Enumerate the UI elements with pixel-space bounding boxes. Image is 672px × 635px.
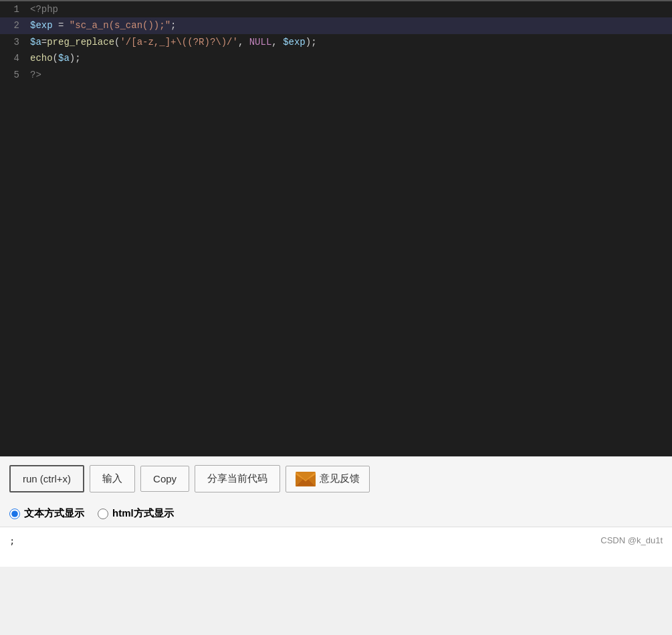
line-number: 4	[0, 51, 30, 66]
code-token: $a	[30, 37, 41, 48]
code-token: ;	[171, 20, 176, 31]
text-mode-option[interactable]: 文本方式显示	[9, 507, 84, 520]
code-token: ?>	[30, 70, 41, 80]
code-line: 1<?php	[0, 1, 672, 17]
code-token: "sc_a_n(s_can());"	[70, 20, 171, 31]
copy-button[interactable]: Copy	[140, 466, 189, 492]
code-token: $exp	[30, 20, 53, 31]
share-button[interactable]: 分享当前代码	[195, 465, 280, 492]
output-attribution: CSDN @k_du1t	[600, 535, 663, 545]
code-editor[interactable]: 1<?php2$exp = "sc_a_n(s_can());";3$a=pre…	[0, 1, 672, 456]
feedback-label: 意见反馈	[320, 472, 360, 485]
display-options: 文本方式显示 html方式显示	[0, 501, 672, 527]
output-text: ;	[9, 535, 15, 546]
code-line: 4echo($a);	[0, 50, 672, 66]
code-editor-wrapper: 1<?php2$exp = "sc_a_n(s_can());";3$a=pre…	[0, 0, 672, 456]
run-button[interactable]: run (ctrl+x)	[9, 465, 84, 492]
email-icon	[296, 472, 316, 486]
code-token: =	[41, 37, 47, 48]
input-button[interactable]: 输入	[90, 465, 135, 492]
line-number: 1	[0, 2, 30, 17]
code-token: =	[53, 20, 70, 31]
code-line: 2$exp = "sc_a_n(s_can());";	[0, 17, 672, 33]
line-content: <?php	[30, 2, 672, 17]
code-line: 5?>	[0, 67, 672, 83]
code-token: $a	[58, 53, 70, 64]
html-mode-option[interactable]: html方式显示	[98, 507, 174, 520]
code-token: $exp	[283, 37, 306, 48]
line-number: 5	[0, 68, 30, 82]
output-area: ; CSDN @k_du1t	[0, 527, 672, 567]
code-token: echo	[30, 53, 53, 64]
code-token: ,	[238, 37, 249, 48]
line-number: 2	[0, 18, 30, 33]
code-token: (	[53, 53, 58, 64]
line-content: $exp = "sc_a_n(s_can());";	[30, 18, 672, 33]
code-token: ,	[271, 37, 283, 48]
html-mode-label: html方式显示	[112, 507, 174, 520]
toolbar: run (ctrl+x) 输入 Copy 分享当前代码 意见反馈	[0, 456, 672, 501]
line-content: $a=preg_replace('/[a-z,_]+\((?R)?\)/', N…	[30, 35, 672, 50]
line-content: ?>	[30, 68, 672, 82]
line-number: 3	[0, 35, 30, 50]
code-line: 3$a=preg_replace('/[a-z,_]+\((?R)?\)/', …	[0, 34, 672, 50]
code-token: '/[a-z,_]+\((?R)?\)/'	[120, 37, 237, 48]
html-mode-radio[interactable]	[98, 509, 108, 519]
code-token: preg_replace	[47, 37, 114, 48]
text-mode-radio[interactable]	[9, 509, 20, 519]
code-token: );	[306, 37, 317, 48]
text-mode-label: 文本方式显示	[24, 507, 84, 520]
feedback-button[interactable]: 意见反馈	[286, 466, 370, 492]
code-token: <?php	[30, 4, 58, 15]
page-container: 1<?php2$exp = "sc_a_n(s_can());";3$a=pre…	[0, 0, 672, 567]
code-token: );	[70, 53, 81, 64]
line-content: echo($a);	[30, 51, 672, 66]
code-token: NULL	[249, 37, 272, 48]
